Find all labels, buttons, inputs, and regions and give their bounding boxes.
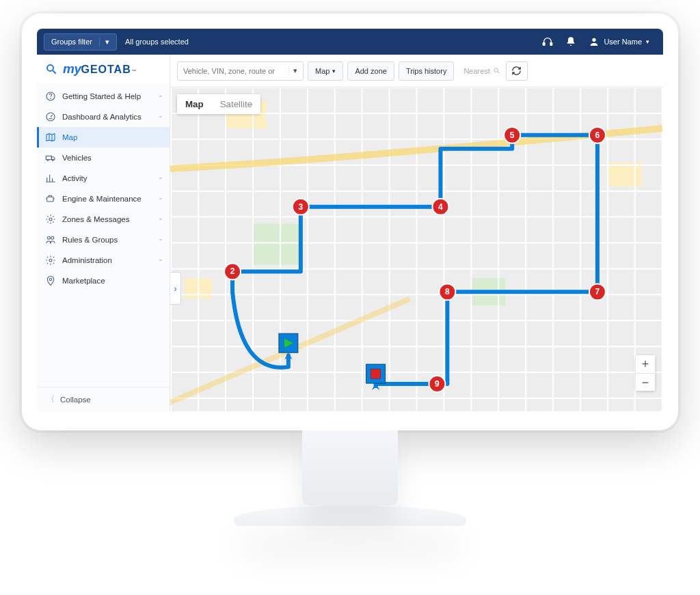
sidebar-item-label: Engine & Maintenance [62,195,142,203]
svg-text:7: 7 [595,287,600,296]
top-bar: Groups filter ▾ All groups selected User… [37,29,663,55]
chevron-down-icon: › [157,239,164,240]
brand-row: myGEOTAB™ [37,55,170,83]
svg-point-6 [51,98,51,99]
svg-point-3 [47,65,53,71]
svg-point-12 [49,218,52,221]
headset-icon[interactable] [542,36,553,47]
zoom-out-button[interactable]: − [636,373,655,391]
sidebar-item-label: Marketplace [62,277,105,285]
trips-history-button[interactable]: Trips history [399,61,455,81]
map-type-satellite[interactable]: Satellite [212,94,260,114]
truck-icon [45,152,56,163]
map-icon [45,132,56,143]
question-circle-icon [45,91,56,102]
svg-line-4 [53,70,56,74]
zoom-in-button[interactable]: + [636,355,655,373]
groups-filter-button[interactable]: Groups filter ▾ [44,33,117,51]
screen: Groups filter ▾ All groups selected User… [37,29,663,411]
sidebar-item-label: Activity [62,174,87,182]
top-icons: User Name ▾ [542,36,649,47]
refresh-icon [511,66,522,76]
svg-rect-0 [543,42,546,45]
search-icon[interactable] [45,63,57,75]
collapse-button[interactable]: 〈 Collapse [37,387,170,411]
main-panel: ▾ Map ▾ Add zone Trips history Nearest [170,55,663,411]
zoom-control: + − [636,355,655,391]
user-icon [589,36,600,47]
toolbar: ▾ Map ▾ Add zone Trips history Nearest [170,55,663,87]
svg-rect-20 [253,224,301,265]
map-type-button[interactable]: Map ▾ [308,61,343,81]
sidebar-item-map[interactable]: Map [37,127,170,148]
chevron-down-icon: › [157,178,164,179]
gauge-icon [45,111,56,122]
sidebar-item-label: Vehicles [62,154,92,162]
svg-point-15 [49,259,52,262]
search-dropdown-icon[interactable]: ▾ [288,66,297,75]
svg-rect-11 [47,197,53,202]
groups-filter-label: Groups filter [51,38,92,46]
svg-text:6: 6 [595,130,600,140]
chevron-down-icon: › [157,116,164,117]
svg-rect-1 [550,42,552,45]
sidebar-item-zones-messages[interactable]: Zones & Messages› [37,209,170,230]
svg-text:8: 8 [445,287,450,296]
vehicle-search-input[interactable] [183,67,286,75]
refresh-button[interactable] [506,61,528,81]
svg-text:2: 2 [230,266,235,276]
monitor-frame: Groups filter ▾ All groups selected User… [22,14,678,430]
vehicle-search[interactable]: ▾ [177,61,304,81]
chevron-right-icon: › [174,283,176,294]
svg-point-9 [47,159,49,161]
sidebar-item-administration[interactable]: Administration› [37,250,170,271]
chevron-down-icon: › [157,96,164,97]
add-zone-button[interactable]: Add zone [347,61,394,81]
search-icon [493,67,500,74]
user-menu[interactable]: User Name ▾ [589,36,649,47]
chevron-down-icon: › [157,219,164,220]
chevron-down-icon: › [157,260,164,261]
svg-line-18 [498,72,500,74]
logo: myGEOTAB™ [63,61,137,77]
sidebar-item-activity[interactable]: Activity› [37,168,170,189]
chevron-down-icon: ▾ [99,38,109,46]
drawer-toggle[interactable]: › [170,272,181,305]
svg-point-16 [49,278,51,280]
username-label: User Name [604,38,642,46]
svg-point-13 [47,236,50,239]
sidebar-item-label: Zones & Messages [62,215,129,223]
sidebar-item-label: Getting Started & Help [62,92,141,100]
svg-rect-67 [371,369,381,378]
svg-text:5: 5 [510,130,515,140]
sidebar-item-label: Dashboard & Analytics [62,113,142,121]
sidebar-item-label: Administration [62,256,112,264]
map-type-map[interactable]: Map [177,94,212,114]
chevron-down-icon: ▾ [646,38,649,45]
sidebar-item-dashboard-analytics[interactable]: Dashboard & Analytics› [37,107,170,127]
sidebar-item-engine-maintenance[interactable]: Engine & Maintenance› [37,189,170,209]
sidebar: myGEOTAB™ Getting Started & Help›Dashboa… [37,55,170,411]
sidebar-item-label: Map [62,133,77,141]
group-icon [45,234,56,245]
svg-text:3: 3 [299,202,304,212]
pin-icon [45,275,56,286]
engine-icon [45,193,56,204]
svg-point-17 [494,68,498,72]
gear-icon [45,255,56,266]
map-area[interactable]: 23456789 Map Satellite + − › [170,87,663,411]
nearest-label[interactable]: Nearest [463,67,500,75]
svg-point-10 [52,159,53,161]
sidebar-item-getting-started-help[interactable]: Getting Started & Help› [37,86,170,107]
sidebar-item-rules-groups[interactable]: Rules & Groups› [37,230,170,250]
bell-icon[interactable] [565,36,576,47]
chevron-down-icon: › [157,198,164,199]
sidebar-item-label: Rules & Groups [62,236,118,244]
svg-point-2 [593,38,596,42]
sidebar-item-marketplace[interactable]: Marketplace [37,271,170,291]
map-type-toggle: Map Satellite [177,94,260,114]
map-canvas[interactable]: 23456789 [170,87,663,411]
sidebar-item-vehicles[interactable]: Vehicles [37,148,170,168]
chart-icon [45,173,56,184]
chevron-down-icon: ▾ [332,68,336,74]
